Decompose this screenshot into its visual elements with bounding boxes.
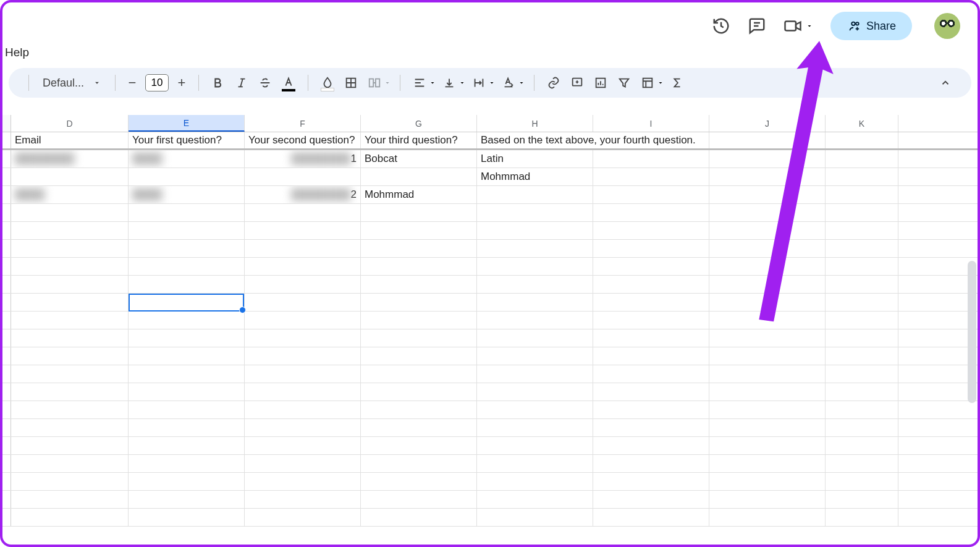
cell[interactable]: [826, 204, 898, 221]
cell[interactable]: [709, 383, 826, 401]
cell[interactable]: [245, 240, 361, 257]
cell[interactable]: [129, 240, 245, 257]
column-header-J[interactable]: J: [709, 115, 826, 132]
cell[interactable]: [826, 437, 898, 454]
cell[interactable]: [709, 204, 826, 221]
cell[interactable]: [129, 365, 245, 383]
cell[interactable]: [245, 365, 361, 383]
cell[interactable]: [11, 419, 129, 436]
cell[interactable]: [709, 168, 826, 185]
cell[interactable]: ████: [11, 186, 129, 203]
horizontal-align-button[interactable]: [409, 72, 430, 93]
filter-views-button[interactable]: [637, 72, 658, 93]
cell[interactable]: [245, 168, 361, 185]
cell[interactable]: [709, 222, 826, 239]
caret-down-icon[interactable]: [657, 79, 664, 87]
cell[interactable]: [129, 347, 245, 365]
cell[interactable]: [593, 365, 709, 383]
fill-color-button[interactable]: [317, 72, 338, 93]
cell[interactable]: [11, 168, 129, 185]
column-header-F[interactable]: F: [245, 115, 361, 132]
caret-down-icon[interactable]: [488, 79, 496, 87]
caret-down-icon[interactable]: [458, 79, 466, 87]
spreadsheet-grid[interactable]: DEFGHIJK EmailYour first question?Your s…: [2, 115, 978, 527]
cell[interactable]: [245, 437, 361, 454]
cell[interactable]: [129, 258, 245, 275]
cell[interactable]: [361, 383, 477, 401]
cell[interactable]: [826, 455, 898, 472]
cell[interactable]: [11, 509, 129, 526]
cell[interactable]: [129, 491, 245, 508]
cell[interactable]: [129, 401, 245, 418]
cell[interactable]: [709, 491, 826, 508]
cell[interactable]: [477, 294, 593, 311]
cell[interactable]: [593, 168, 709, 185]
cell[interactable]: [709, 509, 826, 526]
cell[interactable]: [11, 491, 129, 508]
cell[interactable]: [11, 294, 129, 311]
cell[interactable]: [709, 276, 826, 293]
cell[interactable]: [361, 168, 477, 185]
cell[interactable]: ████: [129, 150, 245, 167]
cell[interactable]: [245, 347, 361, 365]
cell[interactable]: [477, 240, 593, 257]
cell[interactable]: [826, 294, 898, 311]
cell[interactable]: [709, 437, 826, 454]
column-header-K[interactable]: K: [826, 115, 898, 132]
cell[interactable]: [245, 473, 361, 490]
borders-button[interactable]: [340, 72, 361, 93]
cell[interactable]: [11, 312, 129, 329]
cell[interactable]: ████████ 1: [245, 150, 361, 167]
cell[interactable]: [709, 258, 826, 275]
cell[interactable]: [11, 437, 129, 454]
cell[interactable]: Latin: [477, 150, 593, 167]
cell[interactable]: [245, 222, 361, 239]
cell[interactable]: [361, 204, 477, 221]
cell[interactable]: [477, 329, 593, 347]
cell[interactable]: [709, 473, 826, 490]
cell[interactable]: [11, 276, 129, 293]
cell[interactable]: [11, 455, 129, 472]
cell[interactable]: [593, 150, 709, 167]
cell[interactable]: [477, 437, 593, 454]
cell[interactable]: [11, 473, 129, 490]
cell[interactable]: [826, 365, 898, 383]
cell[interactable]: [477, 455, 593, 472]
cell[interactable]: [245, 204, 361, 221]
cell[interactable]: [477, 491, 593, 508]
functions-button[interactable]: [667, 72, 688, 93]
cell[interactable]: [826, 240, 898, 257]
insert-chart-button[interactable]: [590, 72, 611, 93]
cell[interactable]: [593, 509, 709, 526]
cell[interactable]: [826, 347, 898, 365]
cell[interactable]: [361, 240, 477, 257]
cell[interactable]: ████: [129, 186, 245, 203]
cell[interactable]: [709, 294, 826, 311]
cell[interactable]: [826, 222, 898, 239]
filter-button[interactable]: [614, 72, 635, 93]
cell[interactable]: Bobcat: [361, 150, 477, 167]
cell[interactable]: [245, 491, 361, 508]
vertical-scrollbar[interactable]: [968, 261, 976, 403]
cell[interactable]: [129, 419, 245, 436]
cell[interactable]: [477, 186, 593, 203]
cell[interactable]: Mohmmad: [361, 186, 477, 203]
cell[interactable]: [709, 455, 826, 472]
text-color-button[interactable]: [278, 72, 299, 93]
cell[interactable]: [709, 329, 826, 347]
cell[interactable]: [361, 509, 477, 526]
cell[interactable]: [593, 329, 709, 347]
cell[interactable]: [826, 258, 898, 275]
cell[interactable]: [709, 347, 826, 365]
cell[interactable]: Your third question?: [361, 132, 477, 148]
cell[interactable]: [477, 312, 593, 329]
cell[interactable]: [709, 132, 826, 148]
cell[interactable]: [709, 401, 826, 418]
cell[interactable]: [709, 312, 826, 329]
cell[interactable]: [245, 509, 361, 526]
cell[interactable]: [477, 258, 593, 275]
cell[interactable]: [593, 276, 709, 293]
cell[interactable]: [245, 276, 361, 293]
cell[interactable]: [593, 401, 709, 418]
cell[interactable]: [593, 204, 709, 221]
